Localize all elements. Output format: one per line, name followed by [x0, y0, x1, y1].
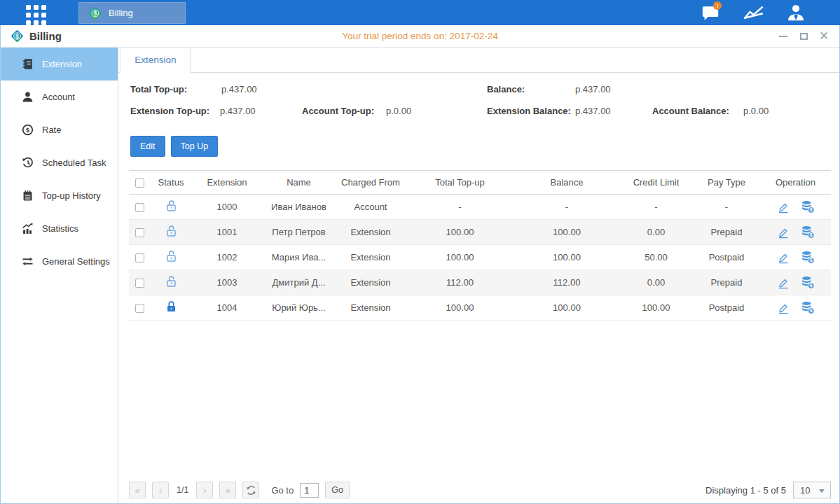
- cell-pay-type: Postpaid: [693, 295, 760, 321]
- edit-row-icon[interactable]: [777, 201, 790, 214]
- column-header-total-topup: Total Top-up: [406, 171, 514, 195]
- svg-text:$: $: [809, 308, 812, 314]
- table-row: 1003 Дмитрий Д... Extension 112.00 112.0…: [129, 270, 831, 295]
- cell-name: Юрий Юрь...: [262, 295, 336, 321]
- balance-value: p.437.00: [575, 84, 611, 94]
- row-checkbox[interactable]: [135, 203, 144, 212]
- sidebar-item-rate[interactable]: $ Rate: [1, 113, 118, 146]
- edit-button[interactable]: Edit: [130, 136, 165, 157]
- top-up-row-icon[interactable]: $: [801, 276, 815, 289]
- cell-extension: 1001: [192, 220, 262, 245]
- sidebar-item-scheduled-task[interactable]: Scheduled Task: [1, 146, 118, 179]
- top-up-row-icon[interactable]: $: [801, 225, 815, 239]
- account-balance-label: Account Balance:: [652, 106, 729, 116]
- sidebar-item-statistics[interactable]: Statistics: [1, 212, 118, 245]
- refresh-button[interactable]: [242, 482, 259, 498]
- extension-icon: [21, 58, 34, 70]
- app-launcher-icon[interactable]: [26, 5, 48, 27]
- window-title: Billing: [29, 30, 62, 42]
- top-up-row-icon[interactable]: $: [801, 251, 815, 264]
- go-button[interactable]: Go: [325, 482, 350, 498]
- row-checkbox[interactable]: [135, 228, 144, 237]
- cell-balance: -: [514, 195, 619, 220]
- sidebar-item-general-settings[interactable]: General Settings: [1, 245, 118, 278]
- extension-balance-label: Extension Balance:: [487, 106, 571, 116]
- cell-credit-limit: 0.00: [619, 220, 693, 245]
- main-content: Extension Total Top-up: p.437.00 Balance…: [118, 48, 839, 503]
- notifications-icon[interactable]: !: [698, 2, 722, 23]
- goto-page-input[interactable]: [300, 483, 319, 498]
- sidebar: Extension Account $: [1, 48, 118, 503]
- cell-name: Петр Петров: [262, 220, 336, 245]
- sidebar-item-label: Statistics: [42, 223, 78, 234]
- sidebar-item-label: Scheduled Task: [42, 158, 106, 168]
- column-header-charged-from: Charged From: [336, 171, 406, 195]
- cell-pay-type: Prepaid: [693, 220, 760, 245]
- prev-page-button[interactable]: ‹: [152, 482, 169, 498]
- svg-text:$: $: [93, 10, 97, 17]
- edit-row-icon[interactable]: [777, 251, 790, 264]
- tab-extension[interactable]: Extension: [120, 48, 191, 74]
- row-checkbox[interactable]: [135, 279, 144, 288]
- account-topup-label: Account Top-up:: [302, 106, 374, 116]
- lock-open-icon: [165, 250, 177, 262]
- column-header-name: Name: [262, 171, 336, 195]
- edit-row-icon[interactable]: [777, 226, 790, 239]
- table-header-row: Status Extension Name Charged From Total…: [129, 171, 831, 195]
- resource-monitor-icon[interactable]: [741, 2, 765, 23]
- svg-text:$: $: [809, 283, 812, 288]
- tab-bar: Extension: [118, 48, 839, 73]
- top-up-row-icon[interactable]: $: [801, 200, 815, 214]
- displaying-text: Displaying 1 - 5 of 5: [705, 485, 786, 496]
- trial-notice: Your trial period ends on: 2017-02-24: [342, 25, 497, 48]
- chevron-down-icon: [819, 489, 825, 493]
- cell-balance: 100.00: [514, 295, 619, 321]
- row-checkbox[interactable]: [135, 253, 144, 262]
- user-icon[interactable]: [784, 2, 808, 23]
- top-up-row-icon[interactable]: $: [801, 301, 815, 314]
- column-header-balance: Balance: [514, 171, 619, 195]
- cell-charged-from: Account: [336, 195, 406, 220]
- statistics-icon: [21, 223, 34, 234]
- account-icon: [21, 91, 34, 103]
- sidebar-item-extension[interactable]: Extension: [1, 48, 118, 80]
- column-header-pay-type: Pay Type: [693, 171, 760, 195]
- table-row: 1000 Иван Иванов Account - - - - $: [129, 195, 831, 220]
- cell-pay-type: Prepaid: [693, 270, 760, 295]
- row-checkbox[interactable]: [135, 304, 144, 313]
- sidebar-item-account[interactable]: Account: [1, 80, 118, 113]
- lock-open-icon: [165, 225, 177, 237]
- cell-extension: 1004: [192, 295, 262, 321]
- account-topup-value: p.0.00: [386, 106, 411, 116]
- extension-balance-value: p.437.00: [575, 106, 611, 116]
- cell-balance: 112.00: [514, 270, 619, 295]
- edit-row-icon[interactable]: [777, 276, 790, 289]
- close-button[interactable]: ✕: [818, 31, 829, 42]
- general-settings-icon: [21, 255, 34, 267]
- maximize-button[interactable]: [798, 31, 809, 42]
- edit-row-icon[interactable]: [777, 302, 790, 314]
- cell-charged-from: Extension: [336, 295, 406, 321]
- cell-pay-type: Postpaid: [693, 245, 760, 270]
- taskbar-billing-tab[interactable]: $ Billing: [78, 2, 186, 24]
- page-size-select[interactable]: 10: [793, 482, 831, 498]
- lock-open-icon: [165, 275, 177, 288]
- svg-text:$: $: [809, 232, 812, 238]
- last-page-button[interactable]: »: [219, 482, 236, 498]
- cell-total-topup: 112.00: [406, 270, 514, 295]
- select-all-checkbox[interactable]: [135, 178, 144, 188]
- minimize-button[interactable]: [778, 31, 789, 42]
- first-page-button[interactable]: «: [129, 482, 146, 498]
- cell-extension: 1002: [192, 245, 262, 270]
- cell-charged-from: Extension: [336, 245, 406, 270]
- balance-label: Balance:: [487, 84, 525, 94]
- sidebar-item-topup-history[interactable]: Top-up History: [1, 179, 118, 212]
- top-up-button[interactable]: Top Up: [171, 136, 219, 157]
- cell-pay-type: -: [693, 195, 760, 220]
- cell-balance: 100.00: [514, 245, 619, 270]
- billing-app-icon: $: [88, 6, 103, 21]
- next-page-button[interactable]: ›: [196, 482, 213, 498]
- table-row: 1004 Юрий Юрь... Extension 100.00 100.00…: [129, 295, 831, 321]
- column-header-status: Status: [150, 171, 192, 195]
- cell-extension: 1003: [192, 270, 262, 295]
